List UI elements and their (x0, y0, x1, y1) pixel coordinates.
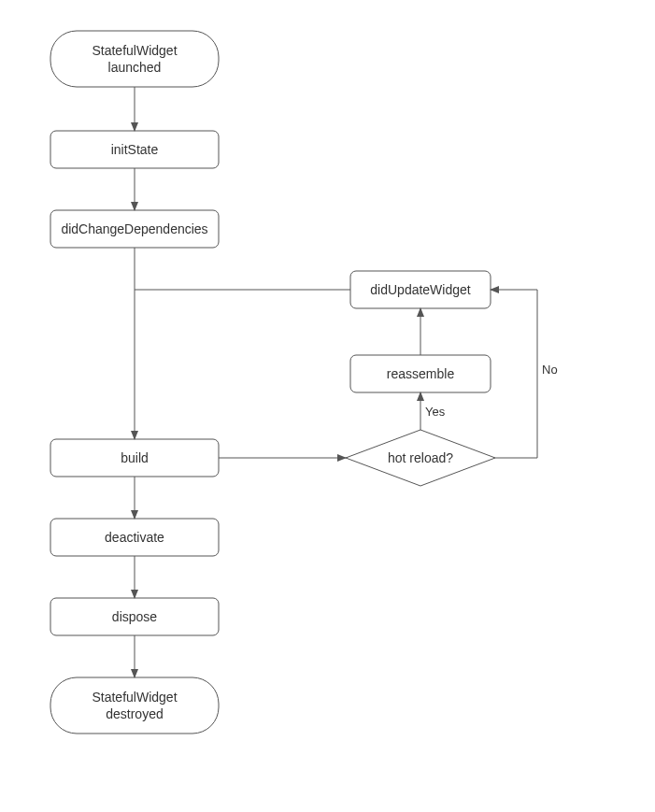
node-didupdatewidget-label: didUpdateWidget (370, 282, 471, 297)
node-initstate-label: initState (111, 142, 159, 157)
node-deactivate: deactivate (50, 519, 219, 556)
node-build: build (50, 439, 219, 477)
node-didchangedependencies-label: didChangeDependencies (61, 221, 207, 236)
node-reassemble-label: reassemble (387, 366, 455, 381)
node-dispose-label: dispose (112, 609, 157, 624)
node-build-label: build (121, 450, 149, 465)
flowchart-diagram: StatefulWidget launched initState didCha… (0, 0, 655, 812)
node-start: StatefulWidget launched (50, 31, 219, 87)
node-didupdatewidget: didUpdateWidget (350, 271, 491, 308)
node-end-line1: StatefulWidget (92, 690, 177, 705)
node-end-line2: destroyed (106, 706, 163, 721)
node-dispose: dispose (50, 598, 219, 635)
edge-label-no: No (542, 363, 558, 377)
node-start-line1: StatefulWidget (92, 43, 177, 58)
node-initstate: initState (50, 131, 219, 168)
node-deactivate-label: deactivate (105, 530, 164, 545)
node-reassemble: reassemble (350, 355, 491, 392)
edge-hotreload-no (491, 290, 537, 458)
edge-label-yes: Yes (425, 405, 446, 419)
node-didchangedependencies: didChangeDependencies (50, 210, 219, 248)
node-end: StatefulWidget destroyed (50, 677, 219, 734)
node-start-line2: launched (108, 60, 162, 75)
node-hotreload-label: hot reload? (388, 450, 453, 465)
node-hotreload: hot reload? (346, 430, 495, 486)
